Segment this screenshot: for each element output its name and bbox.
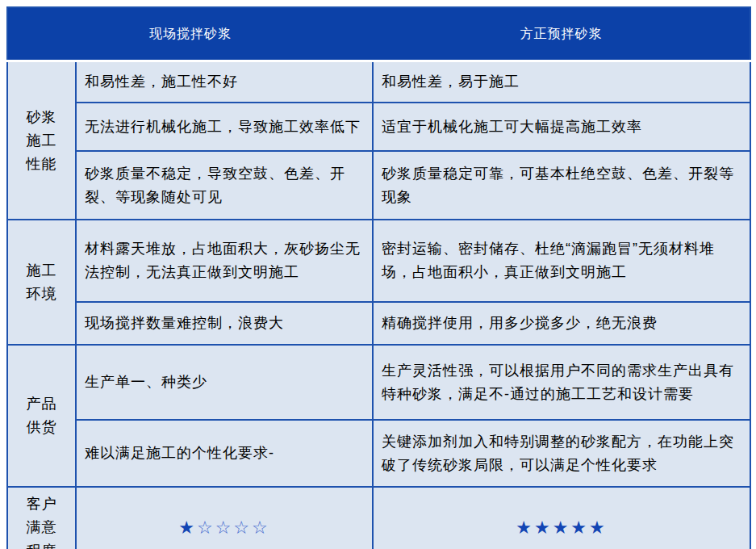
table-header-row: 现场搅拌砂浆 方正预拌砂浆 bbox=[7, 7, 750, 61]
cell-premixed: 和易性差，易于施工 bbox=[373, 61, 750, 103]
cell-site-mixed: 现场搅拌数量难控制，浪费大 bbox=[76, 302, 373, 345]
table-row: 难以满足施工的个性化要求- 关键添加剂加入和特别调整的砂浆配方，在功能上突破了传… bbox=[7, 420, 750, 487]
group-label-line: 环境 bbox=[11, 283, 72, 306]
table-row: 现场搅拌数量难控制，浪费大 精确搅拌使用，用多少搅多少，绝无浪费 bbox=[7, 302, 750, 345]
cell-site-mixed: 难以满足施工的个性化要求- bbox=[76, 420, 373, 487]
group-label-line: 施工 bbox=[11, 259, 72, 283]
cell-premixed: 砂浆质量稳定可靠，可基本杜绝空鼓、色差、开裂等现象 bbox=[373, 151, 750, 220]
group-label-line: 满意 bbox=[11, 516, 72, 539]
group-label-construction-environment: 施工 环境 bbox=[7, 220, 76, 345]
group-label-customer-satisfaction: 客户 满意 程度 bbox=[7, 487, 76, 549]
table-row: 砂浆 施工 性能 和易性差，施工性不好 和易性差，易于施工 bbox=[7, 61, 750, 103]
group-label-line: 砂浆 bbox=[11, 106, 72, 129]
table-row: 客户 满意 程度 ★☆☆☆☆ ★★★★★ bbox=[7, 487, 750, 549]
cell-premixed: 生产灵活性强，可以根据用户不同的需求生产出具有特种砂浆，满足不-通过的施工工艺和… bbox=[373, 345, 750, 420]
star-outline-icon: ☆☆☆☆ bbox=[197, 518, 270, 538]
star-filled-icon: ★ bbox=[178, 518, 197, 538]
mortar-comparison-table: 现场搅拌砂浆 方正预拌砂浆 砂浆 施工 性能 和易性差，施工性不好 和易性差，易… bbox=[6, 6, 751, 549]
header-cell-site-mixed: 现场搅拌砂浆 bbox=[7, 7, 373, 61]
cell-premixed: 适宜于机械化施工可大幅提高施工效率 bbox=[373, 103, 750, 151]
rating-stars-premixed: ★★★★★ bbox=[373, 487, 750, 549]
cell-premixed: 精确搅拌使用，用多少搅多少，绝无浪费 bbox=[373, 302, 750, 345]
cell-site-mixed: 无法进行机械化施工，导致施工效率低下 bbox=[76, 103, 373, 151]
cell-site-mixed: 和易性差，施工性不好 bbox=[76, 61, 373, 103]
group-label-line: 施工 bbox=[11, 129, 72, 153]
rating-stars-site-mixed: ★☆☆☆☆ bbox=[76, 487, 373, 549]
cell-site-mixed: 砂浆质量不稳定，导致空鼓、色差、开裂、等现象随处可见 bbox=[76, 151, 373, 220]
table-row: 无法进行机械化施工，导致施工效率低下 适宜于机械化施工可大幅提高施工效率 bbox=[7, 103, 750, 151]
group-label-construction-performance: 砂浆 施工 性能 bbox=[7, 61, 76, 220]
group-label-product-supply: 产品 供货 bbox=[7, 345, 76, 487]
cell-premixed: 密封运输、密封储存、杜绝“滴漏跑冒”无须材料堆场，占地面积小，真正做到文明施工 bbox=[373, 220, 750, 302]
table-row: 砂浆质量不稳定，导致空鼓、色差、开裂、等现象随处可见 砂浆质量稳定可靠，可基本杜… bbox=[7, 151, 750, 220]
table-row: 产品 供货 生产单一、种类少 生产灵活性强，可以根据用户不同的需求生产出具有特种… bbox=[7, 345, 750, 420]
cell-site-mixed: 材料露天堆放，占地面积大，灰砂扬尘无法控制，无法真正做到文明施工 bbox=[76, 220, 373, 302]
group-label-line: 性能 bbox=[11, 153, 72, 176]
group-label-line: 产品 bbox=[11, 392, 72, 416]
comparison-table-container: 现场搅拌砂浆 方正预拌砂浆 砂浆 施工 性能 和易性差，施工性不好 和易性差，易… bbox=[6, 6, 751, 549]
header-cell-premixed: 方正预拌砂浆 bbox=[373, 7, 750, 61]
group-label-line: 程度 bbox=[11, 539, 72, 549]
star-filled-icon: ★★★★★ bbox=[516, 518, 608, 538]
cell-premixed: 关键添加剂加入和特别调整的砂浆配方，在功能上突破了传统砂浆局限，可以满足个性化要… bbox=[373, 420, 750, 487]
group-label-line: 供货 bbox=[11, 416, 72, 439]
group-label-line: 客户 bbox=[11, 492, 72, 516]
cell-site-mixed: 生产单一、种类少 bbox=[76, 345, 373, 420]
table-row: 施工 环境 材料露天堆放，占地面积大，灰砂扬尘无法控制，无法真正做到文明施工 密… bbox=[7, 220, 750, 302]
